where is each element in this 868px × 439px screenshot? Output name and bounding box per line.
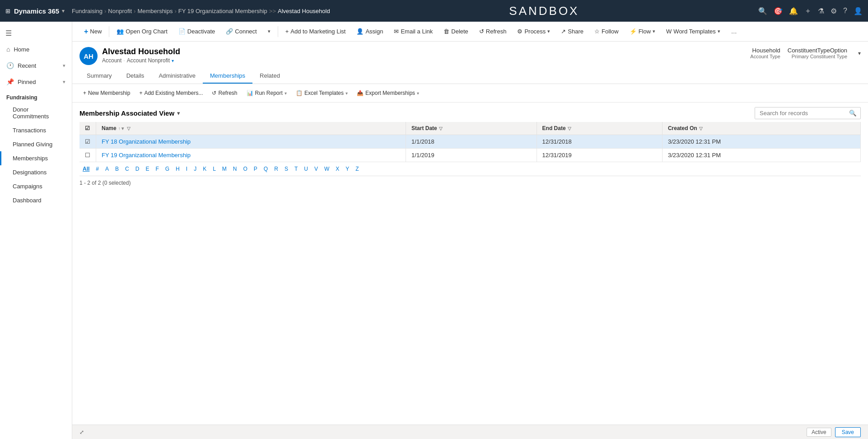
- sidebar-item-designations[interactable]: Designations: [0, 165, 72, 179]
- sidebar-item-transactions[interactable]: Transactions: [0, 123, 72, 137]
- alpha-item-h[interactable]: H: [173, 165, 183, 173]
- alpha-item-l[interactable]: L: [210, 165, 219, 173]
- sidebar-item-memberships[interactable]: Memberships: [0, 151, 72, 165]
- tab-details[interactable]: Details: [119, 69, 152, 84]
- breadcrumb-nonprofit[interactable]: Nonprofit: [108, 8, 132, 14]
- alpha-item-d[interactable]: D: [132, 165, 143, 173]
- alpha-item-y[interactable]: Y: [342, 165, 352, 173]
- save-button[interactable]: Save: [835, 427, 861, 437]
- subgrid-refresh-button[interactable]: ↺ Refresh: [208, 88, 241, 98]
- alpha-item-u[interactable]: U: [301, 165, 311, 173]
- search-icon[interactable]: 🔍: [758, 7, 767, 15]
- search-input[interactable]: [755, 107, 845, 119]
- name-filter-icon[interactable]: ▽: [127, 126, 131, 131]
- sidebar-item-home[interactable]: ⌂ Home: [0, 41, 72, 57]
- new-button[interactable]: + New: [79, 25, 106, 38]
- user-icon[interactable]: 👤: [854, 7, 863, 15]
- add-to-marketing-button[interactable]: + Add to Marketing List: [281, 25, 350, 37]
- alpha-item-c[interactable]: C: [122, 165, 132, 173]
- sidebar-item-planned-giving[interactable]: Planned Giving: [0, 137, 72, 151]
- sidebar-item-pinned[interactable]: 📌 Pinned ▾: [0, 74, 72, 90]
- tab-related[interactable]: Related: [252, 69, 287, 84]
- tab-memberships[interactable]: Memberships: [203, 69, 252, 84]
- assign-button[interactable]: 👤 Assign: [352, 25, 387, 37]
- alpha-item-i[interactable]: I: [183, 165, 191, 173]
- alpha-item-f[interactable]: F: [152, 165, 162, 173]
- target-icon[interactable]: 🎯: [774, 7, 783, 15]
- plus-icon[interactable]: ＋: [804, 6, 812, 16]
- follow-button[interactable]: ☆ Follow: [590, 25, 623, 37]
- row-name-link[interactable]: FY 19 Organizational Membership: [102, 152, 191, 159]
- alpha-item-e[interactable]: E: [142, 165, 152, 173]
- alpha-item-all[interactable]: All: [79, 165, 93, 173]
- app-chevron-icon[interactable]: ▾: [62, 8, 65, 14]
- new-membership-button[interactable]: + New Membership: [79, 88, 134, 98]
- alpha-item-a[interactable]: A: [102, 165, 112, 173]
- alpha-item-j[interactable]: J: [191, 165, 200, 173]
- alpha-item-s[interactable]: S: [281, 165, 291, 173]
- alpha-item-k[interactable]: K: [200, 165, 210, 173]
- cmd-more1-button[interactable]: ▾: [263, 26, 275, 37]
- more-options-button[interactable]: …: [727, 25, 742, 37]
- expand-icon[interactable]: ⤢: [79, 429, 84, 435]
- alpha-item-x[interactable]: X: [332, 165, 342, 173]
- tab-summary[interactable]: Summary: [79, 69, 119, 84]
- view-dropdown-icon[interactable]: ▾: [177, 110, 180, 117]
- sidebar-item-dashboard[interactable]: Dashboard: [0, 193, 72, 207]
- row-checkbox[interactable]: ☑: [79, 135, 96, 149]
- run-report-button[interactable]: 📊 Run Report ▾: [243, 88, 290, 98]
- row-name-link[interactable]: FY 18 Organizational Membership: [102, 138, 191, 145]
- deactivate-button[interactable]: 📄 Deactivate: [174, 25, 219, 37]
- sidebar-item-donor-commitments[interactable]: Donor Commitments: [0, 103, 72, 123]
- settings-icon[interactable]: ⚙: [831, 7, 837, 15]
- tab-administrative[interactable]: Administrative: [151, 69, 203, 84]
- breadcrumb-fy19[interactable]: FY 19 Organizational Membership: [178, 8, 267, 14]
- alpha-item-t[interactable]: T: [291, 165, 301, 173]
- refresh-button[interactable]: ↺ Refresh: [475, 25, 511, 37]
- alpha-item-w[interactable]: W: [321, 165, 332, 173]
- alpha-item-p[interactable]: P: [251, 165, 261, 173]
- sidebar-item-recent[interactable]: 🕐 Recent ▾: [0, 57, 72, 74]
- col-created-on-label: Created On: [668, 125, 697, 131]
- start-date-filter-icon[interactable]: ▽: [439, 126, 443, 131]
- open-org-chart-button[interactable]: 👥 Open Org Chart: [112, 25, 172, 37]
- alpha-item-z[interactable]: Z: [352, 165, 362, 173]
- share-button[interactable]: ↗ Share: [556, 25, 588, 37]
- header-expand-icon[interactable]: ▾: [858, 50, 861, 56]
- alpha-item-b[interactable]: B: [112, 165, 122, 173]
- waffle-icon[interactable]: ⊞: [5, 8, 10, 14]
- filter-icon[interactable]: ⚗: [818, 7, 824, 15]
- connect-button[interactable]: 🔗 Connect: [221, 25, 261, 37]
- search-submit-button[interactable]: 🔍: [845, 107, 860, 119]
- alpha-item-n[interactable]: N: [230, 165, 240, 173]
- delete-button[interactable]: 🗑 Delete: [439, 25, 473, 37]
- alpha-item-r[interactable]: R: [271, 165, 281, 173]
- excel-templates-button[interactable]: 📋 Excel Templates ▾: [292, 88, 351, 98]
- alpha-item-#[interactable]: #: [93, 165, 102, 173]
- select-all-header[interactable]: ☑: [79, 122, 96, 135]
- alpha-item-q[interactable]: Q: [261, 165, 271, 173]
- breadcrumb-fundraising[interactable]: Fundraising: [72, 8, 103, 14]
- alpha-item-m[interactable]: M: [219, 165, 230, 173]
- bell-icon[interactable]: 🔔: [789, 7, 798, 15]
- alphabet-bar: All#ABCDEFGHIJKLMNOPQRSTUVWXYZ: [79, 162, 861, 176]
- email-link-button[interactable]: ✉ Email a Link: [389, 25, 437, 37]
- alpha-item-v[interactable]: V: [311, 165, 321, 173]
- breadcrumb-memberships[interactable]: Memberships: [137, 8, 173, 14]
- add-existing-button[interactable]: + Add Existing Members...: [135, 88, 206, 98]
- sidebar-toggle[interactable]: ☰: [0, 25, 72, 41]
- flow-button[interactable]: ⚡ Flow ▾: [625, 25, 660, 37]
- subtype-chevron-icon[interactable]: ▾: [172, 58, 174, 63]
- alpha-item-g[interactable]: G: [162, 165, 173, 173]
- row-checkbox[interactable]: ☐: [79, 149, 96, 162]
- alpha-item-o[interactable]: O: [240, 165, 251, 173]
- end-date-filter-icon[interactable]: ▽: [568, 126, 571, 131]
- app-logo[interactable]: Dynamics 365 ▾: [14, 7, 65, 15]
- name-sort-icon[interactable]: ↑▼: [118, 126, 125, 131]
- help-icon[interactable]: ?: [843, 7, 847, 15]
- word-templates-button[interactable]: W Word Templates ▾: [662, 25, 725, 37]
- created-on-filter-icon[interactable]: ▽: [699, 126, 703, 131]
- export-memberships-button[interactable]: 📤 Export Memberships ▾: [353, 88, 423, 98]
- process-button[interactable]: ⚙ Process ▾: [513, 25, 555, 37]
- sidebar-item-campaigns[interactable]: Campaigns: [0, 179, 72, 193]
